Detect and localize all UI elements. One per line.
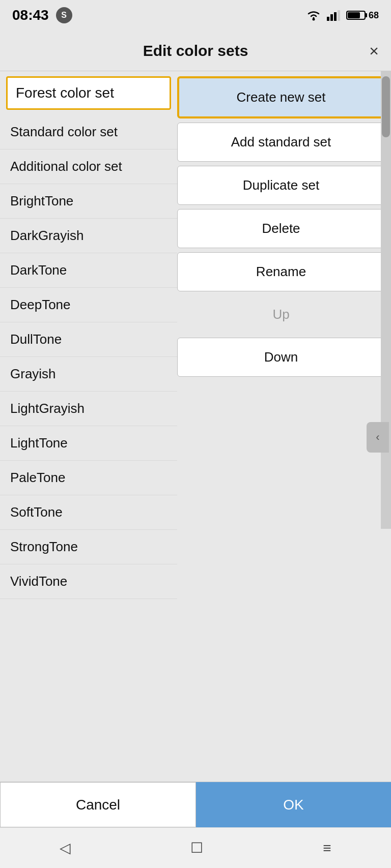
signal-icon xyxy=(327,10,341,21)
svg-rect-2 xyxy=(330,14,333,21)
wifi-icon xyxy=(305,10,322,21)
list-item[interactable]: PaleTone xyxy=(0,461,177,495)
collapse-arrow-button[interactable]: ‹ xyxy=(367,422,389,453)
bottom-nav: ◁ ☐ ≡ xyxy=(0,827,391,868)
bottom-buttons: Cancel OK xyxy=(0,782,391,827)
list-item[interactable]: DullTone xyxy=(0,322,177,357)
delete-button[interactable]: Delete xyxy=(177,209,385,248)
main-content: Standard color set Additional color set … xyxy=(0,71,391,599)
list-item[interactable]: Grayish xyxy=(0,357,177,392)
add-standard-set-button[interactable]: Add standard set xyxy=(177,123,385,162)
status-icons: 68 xyxy=(305,10,379,21)
list-item[interactable]: SoftTone xyxy=(0,495,177,530)
color-set-list: Standard color set Additional color set … xyxy=(0,115,177,599)
scrollbar[interactable] xyxy=(381,71,391,529)
home-nav-button[interactable]: ☐ xyxy=(175,834,218,861)
battery-icon: 68 xyxy=(346,10,379,21)
up-button[interactable]: Up xyxy=(177,295,385,334)
list-item[interactable]: BrightTone xyxy=(0,184,177,219)
create-new-set-button[interactable]: Create new set xyxy=(177,76,385,118)
page-title: Edit color sets xyxy=(143,42,248,59)
list-item[interactable]: Additional color set xyxy=(0,149,177,184)
menu-nav-button[interactable]: ≡ xyxy=(308,835,346,861)
svg-rect-3 xyxy=(334,12,337,21)
svg-point-0 xyxy=(312,18,315,21)
svg-rect-6 xyxy=(365,13,367,17)
down-button[interactable]: Down xyxy=(177,338,385,377)
list-item[interactable]: DarkGrayish xyxy=(0,219,177,253)
battery-level: 68 xyxy=(369,10,379,21)
selected-input-wrapper xyxy=(0,71,177,115)
svg-rect-4 xyxy=(338,10,340,21)
back-nav-button[interactable]: ◁ xyxy=(44,834,86,861)
left-panel: Standard color set Additional color set … xyxy=(0,71,177,599)
scrollbar-thumb[interactable] xyxy=(382,76,390,137)
svg-rect-7 xyxy=(348,12,360,18)
status-bar: 08:43 S 68 xyxy=(0,0,391,31)
list-item[interactable]: LightGrayish xyxy=(0,392,177,426)
list-item[interactable]: StrongTone xyxy=(0,530,177,564)
selected-color-set-input[interactable] xyxy=(6,76,171,110)
status-time: 08:43 xyxy=(12,7,49,23)
list-item[interactable]: LightTone xyxy=(0,426,177,461)
status-s-icon: S xyxy=(56,7,72,23)
list-item[interactable]: Standard color set xyxy=(0,115,177,149)
list-item[interactable]: DarkTone xyxy=(0,253,177,288)
list-item[interactable]: VividTone xyxy=(0,564,177,599)
right-panel: Create new set Add standard set Duplicat… xyxy=(177,71,391,599)
duplicate-set-button[interactable]: Duplicate set xyxy=(177,166,385,205)
header: Edit color sets × xyxy=(0,31,391,71)
rename-button[interactable]: Rename xyxy=(177,252,385,291)
cancel-button[interactable]: Cancel xyxy=(0,782,196,827)
close-button[interactable]: × xyxy=(369,43,379,59)
svg-rect-1 xyxy=(327,17,329,21)
ok-button[interactable]: OK xyxy=(196,782,391,827)
list-item[interactable]: DeepTone xyxy=(0,288,177,322)
